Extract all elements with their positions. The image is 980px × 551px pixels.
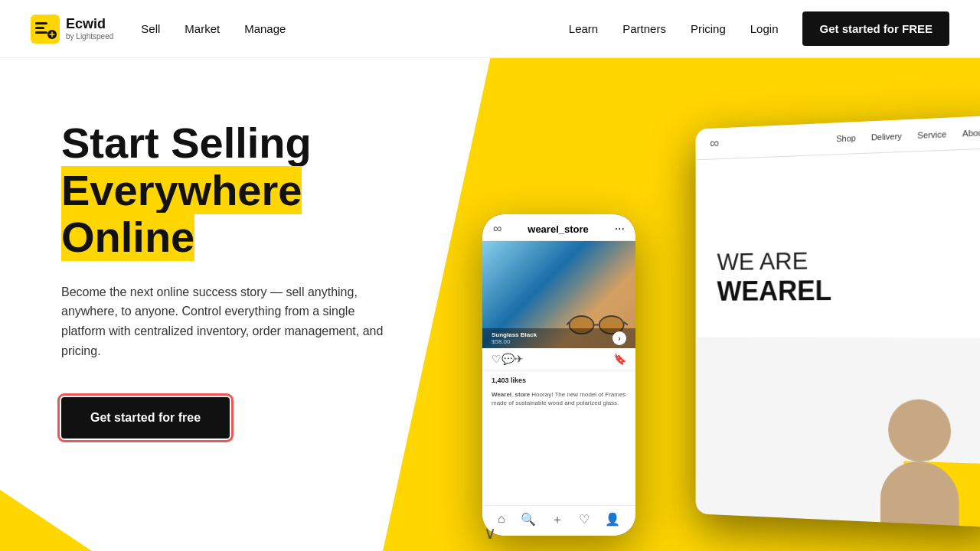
navbar: Ecwid by Lightspeed Sell Market Manage L… [0, 0, 980, 58]
phone-product-label: Sunglass Black [492, 331, 537, 338]
phone-comment-icon[interactable]: 💬 [501, 353, 514, 365]
phone-store-name: wearel_store [528, 223, 589, 235]
phone-caption: Wearel_store Hooray! The new model of Fr… [482, 387, 635, 410]
hero-visuals: ∞ wearel_store ··· [459, 61, 980, 551]
hero-title-line1: Start Selling [61, 119, 312, 167]
phone-action-bar: ♡ 💬 ✈ 🔖 [482, 348, 635, 370]
svg-rect-2 [35, 27, 44, 29]
nav-item-manage[interactable]: Manage [244, 22, 286, 36]
phone-bookmark-icon[interactable]: 🔖 [613, 353, 626, 365]
phone-product-image: Sunglass Black $58.00 › [482, 241, 635, 348]
phone-cart-icon[interactable]: › [612, 331, 626, 345]
svg-rect-0 [31, 15, 60, 44]
phone-header-dots: ··· [615, 222, 625, 236]
phone-home-icon[interactable]: ⌂ [498, 512, 505, 528]
nav-sell-link[interactable]: Sell [141, 22, 160, 35]
hero-cta-button[interactable]: Get started for free [61, 397, 230, 439]
tablet-person-image [873, 399, 967, 527]
nav-learn-link[interactable]: Learn [569, 22, 598, 35]
hero-description: Become the next online success story — s… [61, 282, 398, 360]
phone-search-icon[interactable]: 🔍 [521, 512, 536, 528]
logo-text: Ecwid by Lightspeed [66, 17, 113, 41]
logo[interactable]: Ecwid by Lightspeed [31, 15, 113, 44]
navbar-left: Ecwid by Lightspeed Sell Market Manage [31, 15, 286, 44]
phone-profile-icon[interactable]: 👤 [605, 512, 620, 528]
nav-pricing-link[interactable]: Pricing [691, 22, 726, 35]
phone-share-icon[interactable]: ✈ [514, 353, 524, 365]
tablet-nav: Shop Delivery Service Abou [836, 128, 980, 143]
tablet-nav-shop[interactable]: Shop [836, 133, 855, 143]
tablet-logo-icon: ∞ [710, 135, 719, 152]
tablet-hero: WE ARE WEAREL [696, 148, 980, 338]
phone-plus-icon[interactable]: ＋ [551, 512, 564, 528]
tablet-nav-about[interactable]: Abou [962, 128, 980, 138]
ecwid-logo-icon [31, 15, 60, 44]
nav-login-link[interactable]: Login [750, 22, 779, 35]
phone-caption-username: Wearel_store [492, 391, 530, 398]
hero-title-line2: Everywhere Online [61, 166, 302, 262]
tablet-nav-service[interactable]: Service [917, 129, 946, 140]
tablet-tagline: WE ARE WEAREL [717, 244, 975, 308]
svg-rect-3 [35, 31, 47, 34]
tablet-mockup: ∞ Shop Delivery Service Abou WE ARE WEAR… [696, 116, 980, 528]
phone-heart-icon[interactable]: ♡ [492, 353, 501, 365]
hero-section: Start Selling Everywhere Online Become t… [0, 58, 980, 551]
phone-product-price-sm: $58.00 [492, 338, 537, 345]
phone-infinity-icon: ∞ [493, 222, 501, 236]
nav-partners-link[interactable]: Partners [622, 22, 666, 35]
nav-item-market[interactable]: Market [185, 22, 220, 36]
nav-item-sell[interactable]: Sell [141, 22, 160, 36]
logo-sub: by Lightspeed [66, 32, 113, 41]
phone-header: ∞ wearel_store ··· [482, 214, 635, 241]
nav-market-link[interactable]: Market [185, 22, 220, 35]
tablet-nav-delivery[interactable]: Delivery [871, 131, 902, 142]
nav-primary: Sell Market Manage [141, 22, 286, 36]
nav-cta-button[interactable]: Get started for FREE [802, 11, 949, 46]
nav-manage-link[interactable]: Manage [244, 22, 286, 35]
phone-screen-1: ∞ wearel_store ··· [482, 214, 635, 536]
phone-mockup-1: ∞ wearel_store ··· [482, 214, 635, 536]
phone-heart-nav-icon[interactable]: ♡ [579, 512, 590, 528]
scroll-down-arrow[interactable]: ∨ [484, 523, 496, 543]
tablet-wearel-text: WEAREL [717, 273, 975, 307]
tablet-screen: ∞ Shop Delivery Service Abou WE ARE WEAR… [696, 116, 980, 528]
phone-bottom-nav: ⌂ 🔍 ＋ ♡ 👤 [482, 505, 635, 536]
hero-title: Start Selling Everywhere Online [61, 119, 429, 261]
svg-rect-1 [35, 22, 47, 24]
logo-brand: Ecwid [66, 17, 113, 32]
navbar-right: Learn Partners Pricing Login Get started… [569, 11, 949, 46]
tablet-we-are-text: WE ARE [717, 244, 975, 276]
phone-likes-count: 1,403 likes [482, 370, 635, 387]
hero-content: Start Selling Everywhere Online Become t… [0, 58, 429, 551]
